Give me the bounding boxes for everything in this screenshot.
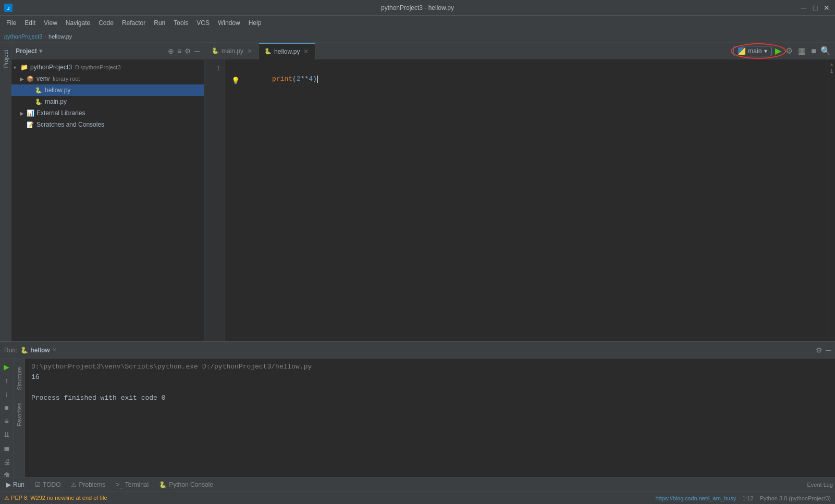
tab-main-close[interactable]: ✕ <box>246 47 253 55</box>
tree-item-venv[interactable]: ▶ 📦 venv library root <box>11 73 204 84</box>
warning-indicator: ⚠ <box>830 62 833 68</box>
bottom-tab-problems[interactable]: ⚠ Problems <box>67 480 109 489</box>
editor-toolbar-right: main ▾ ▶ ⚙ ▦ ■ 🔍 <box>729 45 835 57</box>
tree-label-external: External Libraries <box>36 109 85 117</box>
minimize-panel-icon[interactable]: ─ <box>194 47 200 55</box>
favorites-tab[interactable]: Favorites <box>15 397 23 433</box>
bottom-toolbar: ▶ Run ☑ TODO ⚠ Problems >_ Terminal 🐍 Py… <box>0 477 835 491</box>
code-content[interactable]: print(2**4) 💡 <box>225 59 828 341</box>
tab-hellow-close[interactable]: ✕ <box>302 47 310 56</box>
pep8-warning: ⚠ PEP 8: W292 no newline at end of file <box>4 495 107 501</box>
run-tab-text: Run <box>13 481 24 488</box>
tab-main-icon: 🐍 <box>212 47 219 54</box>
menu-item-edit[interactable]: Edit <box>20 18 40 28</box>
run-stop-icon[interactable]: ■ <box>3 402 9 413</box>
python-console-icon: 🐍 <box>159 481 167 488</box>
settings-icon[interactable]: ⚙ <box>185 47 191 55</box>
menu-item-tools[interactable]: Tools <box>169 18 192 28</box>
title-bar-left: J <box>4 4 16 12</box>
menu-item-refactor[interactable]: Refactor <box>118 18 150 28</box>
code-num-2: 2 <box>297 75 301 83</box>
search-icon[interactable]: 🔍 <box>820 46 831 56</box>
run-trash-icon[interactable]: 🗑 <box>2 470 11 477</box>
bottom-tab-run[interactable]: ▶ Run <box>2 480 29 489</box>
run-config-dropdown[interactable]: ▾ <box>764 47 767 55</box>
python-version[interactable]: Python 3.8 (pythonProject3) <box>760 495 831 501</box>
bottom-tab-todo[interactable]: ☑ TODO <box>31 480 65 489</box>
tree-arrow-venv: ▶ <box>20 76 26 82</box>
breadcrumb-file[interactable]: hellow.py <box>48 33 72 40</box>
menu-item-vcs[interactable]: VCS <box>192 18 214 28</box>
tree-item-hellow[interactable]: 🐍 hellow.py <box>11 84 204 96</box>
hellow-py-icon: 🐍 <box>34 86 43 94</box>
bottom-minimize-icon[interactable]: ─ <box>826 346 831 354</box>
menu-item-navigate[interactable]: Navigate <box>62 18 94 28</box>
stop-icon[interactable]: ■ <box>810 45 817 57</box>
menu-item-file[interactable]: File <box>2 18 20 28</box>
run-tab-label: hellow <box>30 347 50 354</box>
tab-hellow-icon: 🐍 <box>264 48 272 55</box>
run-rerun-icon[interactable]: ≡ <box>3 416 9 426</box>
bulb-icon[interactable]: 💡 <box>231 77 240 85</box>
run-settings-icon[interactable]: ⚙ <box>784 45 794 57</box>
run-filter-icon[interactable]: ≣ <box>3 443 11 453</box>
minimize-button[interactable]: ─ <box>800 4 808 12</box>
cursor-position: 1:12 <box>742 495 753 501</box>
tree-item-scratches[interactable]: 📝 Scratches and Consoles <box>11 119 204 130</box>
project-panel-header: Project ▾ ⊕ ≡ ⚙ ─ <box>11 43 204 59</box>
structure-tab[interactable]: Structure <box>15 361 23 397</box>
run-align-icon[interactable]: ⇊ <box>3 429 11 440</box>
terminal-tab-icon: >_ <box>116 481 123 488</box>
event-log-link[interactable]: Event Log <box>807 482 833 488</box>
project-dropdown-arrow[interactable]: ▾ <box>39 47 42 55</box>
menu-item-help[interactable]: Help <box>244 18 266 28</box>
bottom-tab-terminal[interactable]: >_ Terminal <box>112 480 153 489</box>
folder-icon: 📁 <box>20 63 28 71</box>
status-right: https://blog.csdn.net/l_am_busy 1:12 Pyt… <box>656 495 831 501</box>
console-line-1: D:\pythonProject3\venv\Scripts\python.ex… <box>31 362 829 372</box>
menu-item-window[interactable]: Window <box>214 18 244 28</box>
tree-item-root[interactable]: ▾ 📁 pythonProject3 D:\pythonProject3 <box>11 62 204 73</box>
editor-top-bar: 🐍 main.py ✕ 🐍 hellow.py ✕ main ▾ ▶ <box>204 43 835 59</box>
tree-label-hellow: hellow.py <box>45 87 70 94</box>
run-play-icon[interactable]: ▶ <box>3 362 10 372</box>
close-button[interactable]: ✕ <box>822 4 831 12</box>
tree-item-main[interactable]: 🐍 main.py <box>11 96 204 107</box>
tab-hellow-py[interactable]: 🐍 hellow.py ✕ <box>259 43 315 59</box>
collapse-icon[interactable]: ≡ <box>177 47 181 55</box>
run-sidebar: ▶ ↑ ↓ ■ ≡ ⇊ ≣ 🖨 🗑 <box>0 359 14 477</box>
project-panel-title: Project ▾ <box>16 47 42 55</box>
project-title-label: Project <box>16 47 37 55</box>
scratches-icon: 📝 <box>26 120 34 129</box>
maximize-button[interactable]: □ <box>811 4 819 12</box>
run-up-icon[interactable]: ↑ <box>4 375 9 386</box>
run-config-button[interactable]: main ▾ <box>733 46 772 56</box>
venv-icon: 📦 <box>26 75 34 83</box>
tree-item-external[interactable]: ▶ 📊 External Libraries <box>11 107 204 119</box>
menu-item-view[interactable]: View <box>40 18 62 28</box>
coverage-icon[interactable]: ▦ <box>797 45 807 57</box>
run-button[interactable]: ▶ <box>775 46 781 56</box>
tree-label-root: pythonProject3 <box>30 64 72 71</box>
tab-main-label: main.py <box>222 47 243 55</box>
csdn-link[interactable]: https://blog.csdn.net/l_am_busy <box>656 495 736 501</box>
bottom-settings-icon[interactable]: ⚙ <box>816 346 822 354</box>
main-py-icon: 🐍 <box>34 97 43 106</box>
breadcrumb-project[interactable]: pythonProject3 <box>4 33 42 40</box>
bottom-tab-python-console[interactable]: 🐍 Python Console <box>155 480 217 489</box>
menu-item-run[interactable]: Run <box>150 18 169 28</box>
code-editor[interactable]: 1 print(2**4) 💡 ⚠ 1 <box>204 59 835 341</box>
run-tab-hellow[interactable]: 🐍 hellow ✕ <box>20 347 56 354</box>
bottom-panel: Run: 🐍 hellow ✕ ⚙ ─ ▶ ↑ ↓ ■ ≡ ⇊ ≣ 🖨 🗑 St… <box>0 341 835 477</box>
run-tab-close[interactable]: ✕ <box>52 347 57 353</box>
tab-main-py[interactable]: 🐍 main.py ✕ <box>206 43 259 59</box>
locate-icon[interactable]: ⊕ <box>168 47 174 55</box>
run-down-icon[interactable]: ↓ <box>4 389 9 399</box>
bottom-content: ▶ ↑ ↓ ■ ≡ ⇊ ≣ 🖨 🗑 Structure Favorites D:… <box>0 359 835 477</box>
run-config-label: main <box>748 47 762 55</box>
sidebar-tab-project[interactable]: Project <box>1 45 10 73</box>
menu-item-code[interactable]: Code <box>94 18 118 28</box>
app-logo: J <box>4 4 13 12</box>
code-num-4: 4 <box>309 75 313 83</box>
run-print-icon[interactable]: 🖨 <box>2 457 11 467</box>
